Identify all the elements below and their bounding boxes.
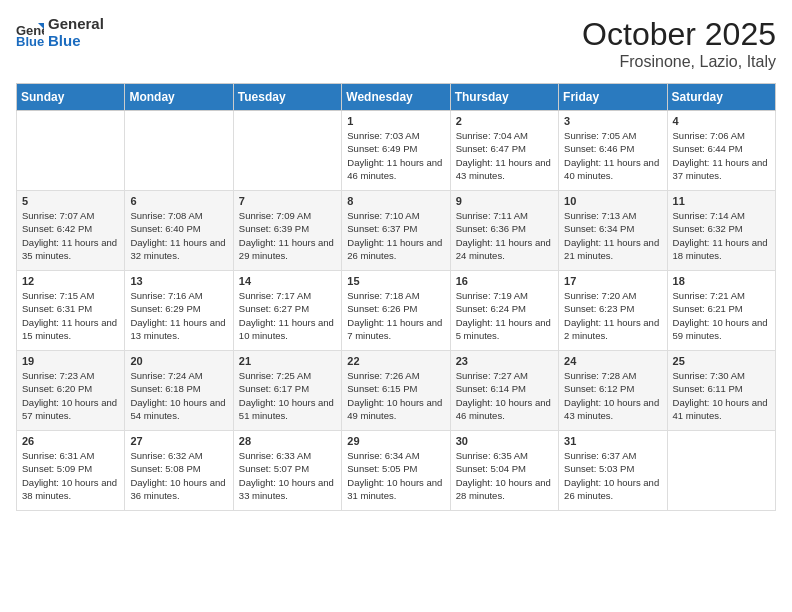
- day-cell: 12Sunrise: 7:15 AMSunset: 6:31 PMDayligh…: [17, 271, 125, 351]
- day-info: Sunrise: 6:33 AMSunset: 5:07 PMDaylight:…: [239, 449, 336, 502]
- weekday-header-row: SundayMondayTuesdayWednesdayThursdayFrid…: [17, 84, 776, 111]
- week-row-4: 19Sunrise: 7:23 AMSunset: 6:20 PMDayligh…: [17, 351, 776, 431]
- logo: General Blue General Blue: [16, 16, 104, 49]
- day-info: Sunrise: 6:34 AMSunset: 5:05 PMDaylight:…: [347, 449, 444, 502]
- day-number: 2: [456, 115, 553, 127]
- day-cell: 19Sunrise: 7:23 AMSunset: 6:20 PMDayligh…: [17, 351, 125, 431]
- day-info: Sunrise: 7:03 AMSunset: 6:49 PMDaylight:…: [347, 129, 444, 182]
- day-number: 20: [130, 355, 227, 367]
- day-cell: 23Sunrise: 7:27 AMSunset: 6:14 PMDayligh…: [450, 351, 558, 431]
- day-cell: 22Sunrise: 7:26 AMSunset: 6:15 PMDayligh…: [342, 351, 450, 431]
- day-number: 19: [22, 355, 119, 367]
- weekday-header-tuesday: Tuesday: [233, 84, 341, 111]
- day-info: Sunrise: 7:27 AMSunset: 6:14 PMDaylight:…: [456, 369, 553, 422]
- day-cell: 14Sunrise: 7:17 AMSunset: 6:27 PMDayligh…: [233, 271, 341, 351]
- title-block: October 2025 Frosinone, Lazio, Italy: [582, 16, 776, 71]
- day-cell: 25Sunrise: 7:30 AMSunset: 6:11 PMDayligh…: [667, 351, 775, 431]
- day-cell: 13Sunrise: 7:16 AMSunset: 6:29 PMDayligh…: [125, 271, 233, 351]
- day-cell: 29Sunrise: 6:34 AMSunset: 5:05 PMDayligh…: [342, 431, 450, 511]
- day-cell: 31Sunrise: 6:37 AMSunset: 5:03 PMDayligh…: [559, 431, 667, 511]
- day-number: 15: [347, 275, 444, 287]
- week-row-2: 5Sunrise: 7:07 AMSunset: 6:42 PMDaylight…: [17, 191, 776, 271]
- day-number: 25: [673, 355, 770, 367]
- day-info: Sunrise: 7:11 AMSunset: 6:36 PMDaylight:…: [456, 209, 553, 262]
- day-number: 16: [456, 275, 553, 287]
- day-cell: 8Sunrise: 7:10 AMSunset: 6:37 PMDaylight…: [342, 191, 450, 271]
- day-number: 28: [239, 435, 336, 447]
- day-info: Sunrise: 7:23 AMSunset: 6:20 PMDaylight:…: [22, 369, 119, 422]
- day-number: 23: [456, 355, 553, 367]
- day-info: Sunrise: 7:09 AMSunset: 6:39 PMDaylight:…: [239, 209, 336, 262]
- day-number: 10: [564, 195, 661, 207]
- day-info: Sunrise: 7:26 AMSunset: 6:15 PMDaylight:…: [347, 369, 444, 422]
- day-info: Sunrise: 6:37 AMSunset: 5:03 PMDaylight:…: [564, 449, 661, 502]
- day-number: 17: [564, 275, 661, 287]
- day-cell: [125, 111, 233, 191]
- logo-icon: General Blue: [16, 19, 44, 47]
- week-row-1: 1Sunrise: 7:03 AMSunset: 6:49 PMDaylight…: [17, 111, 776, 191]
- day-info: Sunrise: 6:32 AMSunset: 5:08 PMDaylight:…: [130, 449, 227, 502]
- day-info: Sunrise: 7:14 AMSunset: 6:32 PMDaylight:…: [673, 209, 770, 262]
- svg-text:Blue: Blue: [16, 34, 44, 47]
- day-info: Sunrise: 7:08 AMSunset: 6:40 PMDaylight:…: [130, 209, 227, 262]
- day-info: Sunrise: 7:28 AMSunset: 6:12 PMDaylight:…: [564, 369, 661, 422]
- weekday-header-thursday: Thursday: [450, 84, 558, 111]
- day-cell: 2Sunrise: 7:04 AMSunset: 6:47 PMDaylight…: [450, 111, 558, 191]
- day-cell: 15Sunrise: 7:18 AMSunset: 6:26 PMDayligh…: [342, 271, 450, 351]
- day-info: Sunrise: 7:07 AMSunset: 6:42 PMDaylight:…: [22, 209, 119, 262]
- calendar-subtitle: Frosinone, Lazio, Italy: [582, 53, 776, 71]
- day-info: Sunrise: 7:24 AMSunset: 6:18 PMDaylight:…: [130, 369, 227, 422]
- logo-blue: Blue: [48, 33, 104, 50]
- weekday-header-saturday: Saturday: [667, 84, 775, 111]
- day-number: 14: [239, 275, 336, 287]
- weekday-header-friday: Friday: [559, 84, 667, 111]
- day-cell: 7Sunrise: 7:09 AMSunset: 6:39 PMDaylight…: [233, 191, 341, 271]
- day-number: 11: [673, 195, 770, 207]
- day-info: Sunrise: 7:20 AMSunset: 6:23 PMDaylight:…: [564, 289, 661, 342]
- day-info: Sunrise: 7:15 AMSunset: 6:31 PMDaylight:…: [22, 289, 119, 342]
- day-info: Sunrise: 7:17 AMSunset: 6:27 PMDaylight:…: [239, 289, 336, 342]
- day-number: 1: [347, 115, 444, 127]
- day-info: Sunrise: 7:19 AMSunset: 6:24 PMDaylight:…: [456, 289, 553, 342]
- day-cell: 6Sunrise: 7:08 AMSunset: 6:40 PMDaylight…: [125, 191, 233, 271]
- day-cell: 5Sunrise: 7:07 AMSunset: 6:42 PMDaylight…: [17, 191, 125, 271]
- day-cell: 17Sunrise: 7:20 AMSunset: 6:23 PMDayligh…: [559, 271, 667, 351]
- week-row-5: 26Sunrise: 6:31 AMSunset: 5:09 PMDayligh…: [17, 431, 776, 511]
- day-cell: 27Sunrise: 6:32 AMSunset: 5:08 PMDayligh…: [125, 431, 233, 511]
- day-cell: 18Sunrise: 7:21 AMSunset: 6:21 PMDayligh…: [667, 271, 775, 351]
- day-info: Sunrise: 6:35 AMSunset: 5:04 PMDaylight:…: [456, 449, 553, 502]
- day-cell: 3Sunrise: 7:05 AMSunset: 6:46 PMDaylight…: [559, 111, 667, 191]
- day-cell: 9Sunrise: 7:11 AMSunset: 6:36 PMDaylight…: [450, 191, 558, 271]
- day-info: Sunrise: 7:10 AMSunset: 6:37 PMDaylight:…: [347, 209, 444, 262]
- day-number: 3: [564, 115, 661, 127]
- day-cell: 28Sunrise: 6:33 AMSunset: 5:07 PMDayligh…: [233, 431, 341, 511]
- day-cell: 24Sunrise: 7:28 AMSunset: 6:12 PMDayligh…: [559, 351, 667, 431]
- weekday-header-sunday: Sunday: [17, 84, 125, 111]
- day-number: 9: [456, 195, 553, 207]
- day-info: Sunrise: 7:30 AMSunset: 6:11 PMDaylight:…: [673, 369, 770, 422]
- day-cell: 16Sunrise: 7:19 AMSunset: 6:24 PMDayligh…: [450, 271, 558, 351]
- day-info: Sunrise: 7:16 AMSunset: 6:29 PMDaylight:…: [130, 289, 227, 342]
- day-number: 29: [347, 435, 444, 447]
- week-row-3: 12Sunrise: 7:15 AMSunset: 6:31 PMDayligh…: [17, 271, 776, 351]
- page-header: General Blue General Blue October 2025 F…: [16, 16, 776, 71]
- day-info: Sunrise: 7:25 AMSunset: 6:17 PMDaylight:…: [239, 369, 336, 422]
- day-number: 26: [22, 435, 119, 447]
- calendar-table: SundayMondayTuesdayWednesdayThursdayFrid…: [16, 83, 776, 511]
- day-cell: [233, 111, 341, 191]
- day-cell: 20Sunrise: 7:24 AMSunset: 6:18 PMDayligh…: [125, 351, 233, 431]
- calendar-title: October 2025: [582, 16, 776, 53]
- day-cell: 10Sunrise: 7:13 AMSunset: 6:34 PMDayligh…: [559, 191, 667, 271]
- day-info: Sunrise: 7:04 AMSunset: 6:47 PMDaylight:…: [456, 129, 553, 182]
- day-number: 8: [347, 195, 444, 207]
- day-number: 4: [673, 115, 770, 127]
- day-cell: 26Sunrise: 6:31 AMSunset: 5:09 PMDayligh…: [17, 431, 125, 511]
- day-cell: 4Sunrise: 7:06 AMSunset: 6:44 PMDaylight…: [667, 111, 775, 191]
- day-number: 21: [239, 355, 336, 367]
- day-cell: 21Sunrise: 7:25 AMSunset: 6:17 PMDayligh…: [233, 351, 341, 431]
- day-info: Sunrise: 6:31 AMSunset: 5:09 PMDaylight:…: [22, 449, 119, 502]
- day-info: Sunrise: 7:06 AMSunset: 6:44 PMDaylight:…: [673, 129, 770, 182]
- day-number: 7: [239, 195, 336, 207]
- day-number: 24: [564, 355, 661, 367]
- day-cell: 11Sunrise: 7:14 AMSunset: 6:32 PMDayligh…: [667, 191, 775, 271]
